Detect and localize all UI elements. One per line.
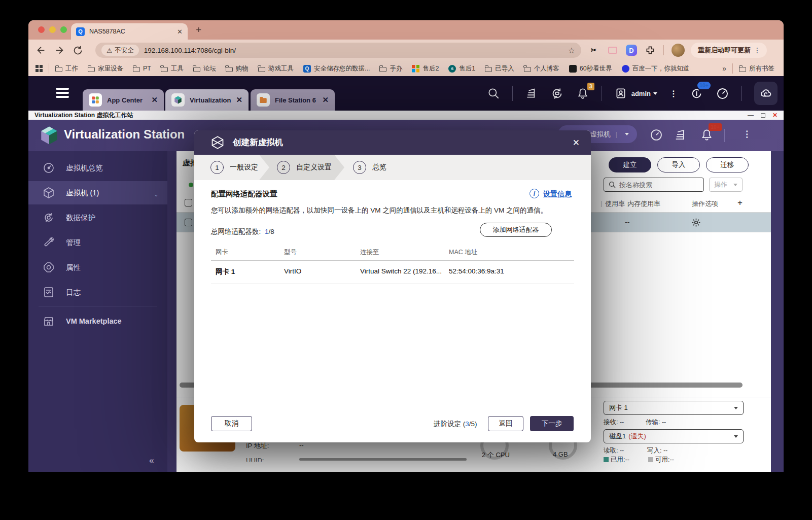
minimize-icon[interactable]: — xyxy=(748,112,754,119)
tab-close-icon[interactable]: ✕ xyxy=(177,28,183,36)
search-input[interactable] xyxy=(619,181,690,189)
profile-avatar[interactable] xyxy=(672,44,685,57)
sidebar-item-vm[interactable]: 虚拟机 (1) ˬ xyxy=(28,181,167,204)
actions-dropdown[interactable]: 操作 xyxy=(709,178,743,192)
add-column-button[interactable]: + xyxy=(737,198,743,208)
add-adapter-button[interactable]: 添加网络适配器 xyxy=(480,223,552,237)
resource-monitor-icon[interactable]: 10+ xyxy=(690,87,703,100)
modal-close-icon[interactable]: ✕ xyxy=(573,137,580,148)
sidebar-item-data-protection[interactable]: 数据保护 xyxy=(28,206,167,229)
disk-dropdown[interactable]: 磁盘1 (遗失) xyxy=(604,429,744,443)
column-actions[interactable]: 操作选项 xyxy=(692,199,718,209)
create-button[interactable]: 建立 xyxy=(609,157,651,172)
traffic-minimize-button[interactable] xyxy=(49,26,56,33)
browser-tab[interactable]: Q NAS5878AC ✕ xyxy=(71,23,188,40)
sidebar-item-vm-overview[interactable]: 虚拟机总览 xyxy=(28,156,167,180)
dashboard-gauge-icon[interactable] xyxy=(716,87,729,100)
update-button[interactable]: 重新启动即可更新 ⋮ xyxy=(691,43,767,58)
row-settings-gear-icon[interactable] xyxy=(691,217,701,228)
notifications-bell-icon[interactable]: 3 xyxy=(576,87,589,100)
app-more-icon[interactable]: ⋮ xyxy=(743,129,751,140)
apps-grid-icon[interactable] xyxy=(36,65,43,72)
tab-close-icon[interactable]: ✕ xyxy=(322,95,329,105)
import-button[interactable]: 导入 xyxy=(657,157,700,172)
sidebar-item-properties[interactable]: 属性 xyxy=(28,256,167,279)
forward-button[interactable] xyxy=(53,44,66,57)
step-custom-settings[interactable]: 2 自定义设置 xyxy=(277,155,332,180)
create-vm-modal: 创建新虚拟机 ✕ 1 一般设定 2 自定义设置 3 总览 配置网络适配器设置 i… xyxy=(194,130,591,442)
bookmark-item[interactable]: 论坛 xyxy=(193,64,216,73)
bookmark-item[interactable]: 手办 xyxy=(379,64,402,73)
bookmark-item[interactable]: 已导入 xyxy=(485,64,514,73)
bookmark-item[interactable]: 游戏工具 xyxy=(258,64,294,73)
back-button[interactable] xyxy=(34,44,48,57)
security-chip[interactable]: ⚠ 不安全 xyxy=(101,45,139,56)
performance-gauge-icon[interactable] xyxy=(649,128,663,142)
close-icon[interactable]: ✕ xyxy=(772,112,778,119)
bookmark-item[interactable]: 工作 xyxy=(55,64,78,73)
advanced-settings-label[interactable]: 进阶设定 (3/5) xyxy=(434,420,477,429)
d-extension-icon[interactable]: D xyxy=(626,45,637,56)
bookmark-item[interactable]: 工具 xyxy=(161,64,184,73)
bookmark-item[interactable]: 购物 xyxy=(226,64,249,73)
task-log-icon[interactable] xyxy=(674,128,688,142)
search-box[interactable] xyxy=(604,178,704,192)
back-button[interactable]: 返回 xyxy=(488,416,523,431)
desktop-tab-filestation[interactable]: File Station 6 ✕ xyxy=(251,89,335,111)
cancel-button[interactable]: 取消 xyxy=(211,416,252,431)
select-all-checkbox[interactable] xyxy=(185,199,192,206)
tab-close-icon[interactable]: ✕ xyxy=(236,95,242,105)
sidebar-item-management[interactable]: 管理 xyxy=(28,231,167,254)
admin-user-icon[interactable]: admin xyxy=(614,87,657,100)
step-overview[interactable]: 3 总览 xyxy=(353,155,386,180)
cell-model: VirtIO xyxy=(284,267,301,275)
search-icon[interactable] xyxy=(487,87,500,100)
bookmark-icon xyxy=(226,67,233,72)
next-button[interactable]: 下一步 xyxy=(530,416,574,431)
background-tasks-icon[interactable] xyxy=(525,87,538,100)
bookmarks-overflow-button[interactable]: » xyxy=(722,64,726,73)
bookmark-item[interactable]: 百度一下，你就知道 xyxy=(622,64,690,73)
url-text[interactable]: 192.168.100.114:7086/cgi-bin/ xyxy=(144,47,568,54)
nic-dropdown[interactable]: 网卡 1 xyxy=(604,401,744,415)
traffic-close-button[interactable] xyxy=(38,26,45,33)
reload-button[interactable] xyxy=(71,44,84,57)
info-icon[interactable]: i xyxy=(529,189,539,198)
sidebar-item-logs[interactable]: 日志 xyxy=(28,281,167,304)
bookmark-item[interactable]: 家里设备 xyxy=(88,64,123,73)
scissors-extension-icon[interactable]: ✂ xyxy=(588,45,599,56)
bookmark-item[interactable]: 售后1 xyxy=(448,64,475,73)
row-checkbox[interactable] xyxy=(185,219,192,226)
bookmark-item[interactable]: PT xyxy=(133,65,151,72)
bookmark-item[interactable]: 个人博客 xyxy=(524,64,559,73)
bookmark-item[interactable]: 售后2 xyxy=(412,64,439,73)
desktop-tab-appcenter[interactable]: App Center ✕ xyxy=(83,89,164,111)
main-menu-icon[interactable] xyxy=(56,88,69,100)
url-bar[interactable]: ⚠ 不安全 192.168.100.114:7086/cgi-bin/ ☆ xyxy=(95,43,581,58)
puzzle-extensions-icon[interactable] xyxy=(645,45,656,56)
tv-extension-icon[interactable] xyxy=(608,47,617,54)
new-tab-button[interactable]: + xyxy=(196,24,201,36)
more-options-icon[interactable]: ⋮ xyxy=(669,89,678,98)
tab-close-icon[interactable]: ✕ xyxy=(151,95,158,105)
chrome-menu-icon[interactable]: ⋮ xyxy=(751,46,764,54)
app-bell-icon[interactable]: 10+ xyxy=(700,128,714,142)
myqnapcloud-icon[interactable] xyxy=(754,82,778,105)
vm-cube-icon xyxy=(43,187,55,199)
column-memory[interactable]: 内存使用率 xyxy=(627,199,660,209)
bookmark-item[interactable]: 安全储存您的数据... xyxy=(303,64,370,73)
migrate-button[interactable]: 迁移 xyxy=(706,157,749,172)
sidebar-item-vm-marketplace[interactable]: VM Marketplace xyxy=(28,309,167,333)
step-general[interactable]: 1 一般设定 xyxy=(210,155,258,180)
tx-value: 传输: -- xyxy=(646,418,666,427)
all-bookmarks-button[interactable]: 所有书签 xyxy=(739,64,774,73)
traffic-zoom-button[interactable] xyxy=(60,26,67,33)
sidebar-collapse-button[interactable]: « xyxy=(149,456,153,466)
desktop-tab-virtualization[interactable]: Virtualization ... ✕ xyxy=(165,89,249,111)
bookmark-star-icon[interactable]: ☆ xyxy=(568,46,575,55)
browser-window: Q NAS5878AC ✕ + ⚠ 不安全 192.168.100.114:70… xyxy=(28,20,784,472)
external-device-sync-icon[interactable] xyxy=(550,87,564,100)
restore-icon[interactable] xyxy=(761,113,765,118)
bookmark-item[interactable]: 60秒看世界 xyxy=(569,64,612,73)
settings-info-link[interactable]: 设置信息 xyxy=(543,190,572,199)
